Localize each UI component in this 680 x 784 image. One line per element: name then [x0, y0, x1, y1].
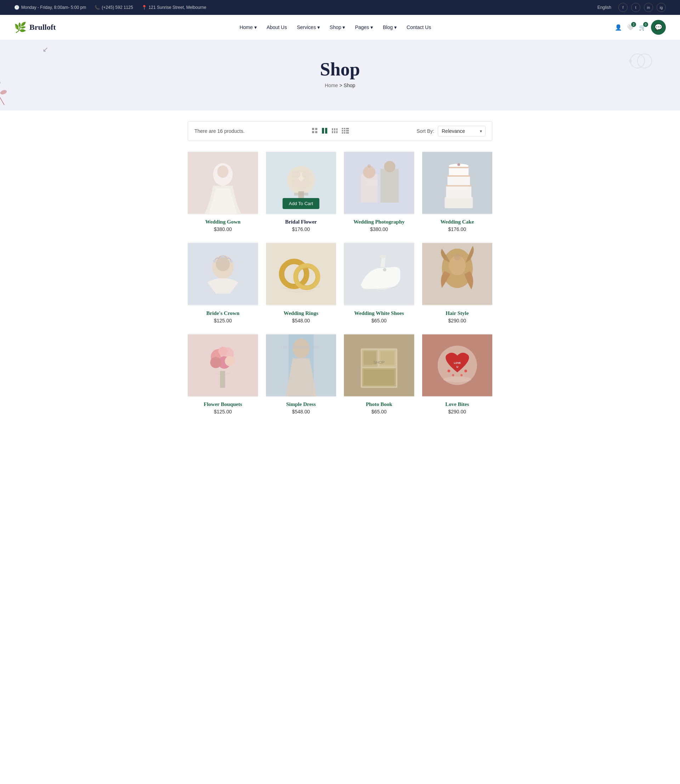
- product-name-wedding-photography: Wedding Photography: [353, 219, 405, 225]
- product-image-wedding-rings[interactable]: Add To Cart: [266, 242, 337, 306]
- product-name-flower-bouquets: Flower Bouquets: [204, 401, 242, 408]
- logo[interactable]: 🌿 Brulloft: [14, 22, 56, 33]
- svg-point-7: [630, 54, 645, 68]
- product-image-flower-bouquets[interactable]: Add To Cart: [188, 333, 258, 397]
- product-name-love-bites: Love Bites: [445, 401, 469, 408]
- sort-section: Sort By: Relevance Name A-Z Name Z-A Pri…: [417, 126, 486, 136]
- product-card: Add To Cart Simple Dress $548.00: [266, 333, 337, 414]
- view-list-button[interactable]: [341, 127, 350, 136]
- facebook-icon[interactable]: f: [619, 3, 628, 12]
- cart-button[interactable]: 🛒 0: [639, 24, 646, 31]
- nav-home[interactable]: Home ▾: [239, 24, 257, 30]
- svg-point-87: [225, 356, 235, 366]
- product-name-photo-book: Photo Book: [366, 401, 392, 408]
- product-image-wedding-photography[interactable]: Add To Cart: [344, 151, 414, 215]
- view-4col-button[interactable]: [321, 127, 329, 136]
- svg-rect-101: [364, 370, 395, 385]
- breadcrumb-current: Shop: [343, 83, 355, 88]
- svg-rect-12: [315, 128, 317, 130]
- nav-links: Home ▾ About Us Services ▾ Shop ▾ Pages …: [239, 24, 431, 30]
- product-name-bridal-flower: Bridal Flower: [285, 219, 317, 225]
- sort-label: Sort By:: [417, 128, 434, 134]
- svg-point-76: [380, 255, 386, 259]
- product-card: LOVE U Add To Cart Love Bites $290.00: [422, 333, 493, 414]
- product-card: Add To Cart Wedding Gown $380.00: [188, 151, 258, 232]
- svg-point-4: [0, 89, 8, 95]
- floral-decoration-left: [0, 54, 28, 110]
- phone-icon: 📞: [94, 5, 100, 10]
- view-2col-button[interactable]: [311, 127, 319, 136]
- product-price-wedding-cake: $176.00: [448, 227, 466, 232]
- product-image-love-bites[interactable]: LOVE U Add To Cart: [422, 333, 493, 397]
- product-count: There are 16 products.: [194, 128, 245, 134]
- product-image-simple-dress[interactable]: Add To Cart: [266, 333, 337, 397]
- language-selector[interactable]: English: [598, 5, 611, 10]
- linkedin-icon[interactable]: in: [644, 3, 653, 12]
- lets-talk-button[interactable]: 💬: [651, 20, 666, 35]
- nav-about[interactable]: About Us: [267, 24, 287, 30]
- sort-select[interactable]: Relevance Name A-Z Name Z-A Price Low-Hi…: [438, 126, 486, 136]
- add-to-cart-button-bridal-flower[interactable]: Add To Cart: [283, 198, 320, 209]
- svg-rect-93: [283, 346, 319, 349]
- product-card: Add To Cart Flower Bouquets $125.00: [188, 333, 258, 414]
- product-image-wedding-gown[interactable]: Add To Cart: [188, 151, 258, 215]
- product-card: Add To Cart Hair Style $290.00: [422, 242, 493, 323]
- product-name-wedding-gown: Wedding Gown: [205, 219, 241, 225]
- wishlist-button[interactable]: 🤍 2: [627, 24, 634, 31]
- product-price-wedding-gown: $380.00: [214, 227, 232, 232]
- svg-rect-25: [342, 130, 343, 131]
- svg-rect-33: [348, 132, 349, 134]
- svg-rect-22: [342, 128, 343, 129]
- svg-rect-62: [447, 175, 470, 177]
- top-bar-left: 🕐 Monday - Friday, 8:00am- 5:00 pm 📞 (+2…: [14, 5, 206, 10]
- view-3col-button[interactable]: [331, 127, 338, 136]
- svg-point-8: [638, 54, 652, 68]
- view-icons: [311, 127, 350, 136]
- product-price-hair-style: $290.00: [448, 318, 466, 323]
- hero-banner: ↙ Shop Home > Shop: [0, 40, 680, 110]
- navbar: 🌿 Brulloft Home ▾ About Us Services ▾ Sh…: [0, 15, 680, 40]
- svg-rect-48: [361, 174, 378, 202]
- product-image-wedding-cake[interactable]: Add To Cart: [422, 151, 493, 215]
- breadcrumb-home[interactable]: Home: [325, 83, 338, 88]
- svg-rect-10: [312, 128, 314, 130]
- product-card: Add To Cart Wedding Cake $176.00: [422, 151, 493, 232]
- product-price-wedding-white-shoes: $65.00: [371, 318, 387, 323]
- product-price-wedding-photography: $380.00: [370, 227, 388, 232]
- svg-point-36: [217, 165, 228, 178]
- svg-rect-20: [334, 131, 336, 133]
- leaf-decoration: ↙: [42, 45, 49, 54]
- breadcrumb: Home > Shop: [325, 83, 355, 88]
- svg-rect-11: [312, 131, 314, 133]
- svg-rect-16: [332, 128, 333, 130]
- svg-point-66: [216, 257, 230, 271]
- nav-blog[interactable]: Blog ▾: [383, 24, 397, 30]
- ring-decoration-right: [616, 47, 659, 75]
- svg-point-67: [213, 260, 216, 263]
- instagram-icon[interactable]: ig: [656, 3, 666, 12]
- product-image-photo-book[interactable]: SHOP Add To Cart: [344, 333, 414, 397]
- product-image-wedding-white-shoes[interactable]: Add To Cart: [344, 242, 414, 306]
- svg-point-107: [447, 370, 450, 372]
- product-image-bridal-flower[interactable]: Add To Cart: [266, 151, 337, 215]
- svg-point-69: [230, 260, 233, 263]
- nav-pages[interactable]: Pages ▾: [355, 24, 373, 30]
- nav-contact[interactable]: Contact Us: [406, 24, 431, 30]
- wishlist-badge: 2: [631, 22, 636, 27]
- product-name-brides-crown: Bride's Crown: [206, 310, 239, 316]
- svg-rect-21: [337, 131, 338, 133]
- svg-rect-13: [315, 131, 317, 133]
- product-card: SHOP Add To Cart Photo Book $65.00: [344, 333, 414, 414]
- twitter-icon[interactable]: t: [631, 3, 640, 12]
- user-button[interactable]: 👤: [615, 24, 622, 31]
- nav-shop[interactable]: Shop ▾: [330, 24, 345, 30]
- svg-rect-31: [348, 128, 349, 129]
- nav-services[interactable]: Services ▾: [297, 24, 320, 30]
- product-card: Add To Cart Wedding Rings $548.00: [266, 242, 337, 323]
- svg-point-111: [443, 376, 471, 382]
- svg-rect-70: [266, 243, 337, 305]
- svg-point-86: [210, 357, 222, 368]
- product-image-hair-style[interactable]: Add To Cart: [422, 242, 493, 306]
- product-image-brides-crown[interactable]: Add To Cart: [188, 242, 258, 306]
- svg-rect-18: [337, 128, 338, 130]
